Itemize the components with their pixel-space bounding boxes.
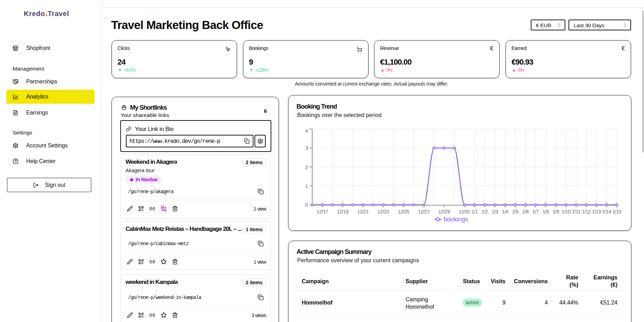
svg-text:12/25: 12/25 — [398, 209, 409, 214]
svg-text:12/31: 12/31 — [459, 209, 470, 214]
svg-text:12/19: 12/19 — [337, 209, 349, 214]
svg-text:2: 2 — [305, 164, 308, 170]
svg-text:1/13: 1/13 — [592, 209, 601, 214]
svg-text:12/17: 12/17 — [317, 209, 328, 214]
svg-text:bookings: bookings — [444, 216, 468, 223]
svg-text:1/2: 1/2 — [482, 209, 488, 214]
svg-text:1/10: 1/10 — [561, 209, 571, 214]
svg-text:3: 3 — [305, 145, 308, 151]
svg-text:1: 1 — [305, 183, 308, 189]
svg-text:12/29: 12/29 — [438, 209, 450, 214]
svg-text:0: 0 — [305, 202, 308, 208]
svg-text:1/3: 1/3 — [492, 209, 499, 214]
svg-text:1/9: 1/9 — [553, 209, 559, 214]
svg-text:12/27: 12/27 — [418, 209, 430, 214]
svg-text:1/8: 1/8 — [543, 209, 549, 214]
svg-text:1/6: 1/6 — [522, 209, 529, 214]
svg-text:4: 4 — [305, 128, 308, 134]
svg-text:1/14: 1/14 — [602, 209, 611, 214]
svg-text:1/11: 1/11 — [572, 209, 581, 214]
svg-text:1/12: 1/12 — [582, 209, 591, 214]
svg-text:1/15: 1/15 — [612, 209, 621, 214]
svg-text:1/4: 1/4 — [502, 209, 509, 214]
svg-text:1/5: 1/5 — [512, 209, 519, 214]
svg-text:1/7: 1/7 — [532, 209, 539, 214]
svg-text:1/1: 1/1 — [471, 209, 478, 214]
svg-text:12/23: 12/23 — [378, 209, 389, 214]
svg-text:12/21: 12/21 — [357, 209, 369, 214]
